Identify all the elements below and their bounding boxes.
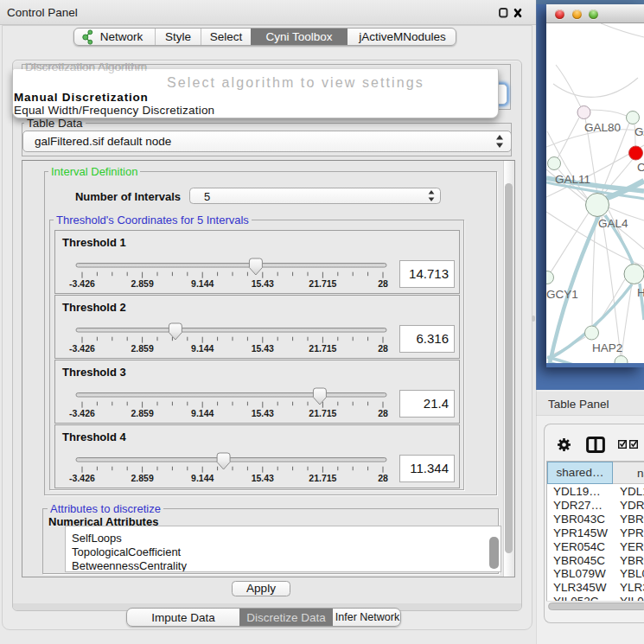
svg-text:28: 28 (378, 278, 388, 289)
svg-text:GAL80: GAL80 (584, 121, 621, 134)
svg-text:15.43: 15.43 (252, 408, 274, 418)
svg-text:HAP2: HAP2 (592, 341, 622, 354)
svg-text:-3.426: -3.426 (69, 278, 95, 289)
svg-text:-3.426: -3.426 (69, 408, 95, 418)
svg-text:GCY1: GCY1 (546, 288, 578, 301)
svg-text:GA: GA (634, 125, 644, 138)
svg-text:15.43: 15.43 (252, 343, 274, 354)
svg-text:28: 28 (378, 343, 388, 354)
svg-text:21.715: 21.715 (309, 473, 336, 483)
svg-text:C: C (637, 161, 644, 174)
svg-text:21.715: 21.715 (309, 408, 336, 418)
svg-text:21.715: 21.715 (309, 343, 336, 354)
svg-text:15.43: 15.43 (252, 473, 274, 483)
svg-text:9.144: 9.144 (191, 473, 214, 483)
svg-text:GAL4: GAL4 (598, 217, 628, 230)
svg-text:H: H (637, 286, 644, 299)
svg-text:2.859: 2.859 (131, 408, 153, 418)
svg-text:9.144: 9.144 (191, 343, 214, 354)
svg-text:9.144: 9.144 (191, 408, 214, 418)
svg-text:2.859: 2.859 (131, 343, 153, 354)
svg-text:28: 28 (378, 473, 388, 483)
svg-text:9.144: 9.144 (191, 278, 214, 289)
svg-text:2.859: 2.859 (131, 278, 153, 289)
svg-text:-3.426: -3.426 (69, 343, 95, 354)
svg-text:-3.426: -3.426 (69, 473, 95, 483)
svg-text:15.43: 15.43 (252, 278, 274, 289)
svg-text:21.715: 21.715 (309, 278, 336, 289)
svg-text:GAL11: GAL11 (555, 173, 590, 186)
svg-text:28: 28 (378, 408, 388, 418)
svg-text:2.859: 2.859 (131, 473, 153, 483)
